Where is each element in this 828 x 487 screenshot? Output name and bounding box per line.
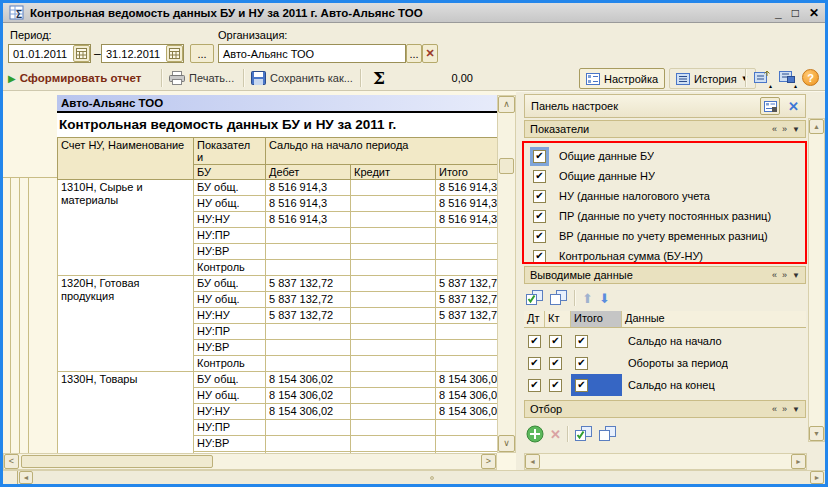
total-cell[interactable]	[436, 340, 498, 356]
panel-vertical-scrollbar[interactable]: ▲ ▼	[808, 118, 825, 442]
load-settings-button[interactable]: ▴	[751, 68, 773, 89]
checkbox-itogo[interactable]: ✔	[575, 379, 588, 392]
save-settings-button[interactable]: ▴	[776, 68, 798, 89]
chevrons-left-icon[interactable]: «	[772, 404, 777, 414]
checkbox[interactable]: ✔	[533, 170, 546, 183]
credit-cell[interactable]	[351, 308, 436, 324]
indicator-item[interactable]: ✔НУ (данные налогового учета	[526, 186, 794, 206]
debit-cell[interactable]: 8 516 914,3	[266, 196, 351, 212]
checkbox-kt[interactable]: ✔	[549, 357, 562, 370]
total-cell[interactable]	[436, 436, 498, 452]
credit-cell[interactable]	[351, 228, 436, 244]
indicator-cell[interactable]: НУ:ПР	[194, 420, 266, 436]
horizontal-scroll-thumb[interactable]	[21, 455, 213, 468]
panel-close-button[interactable]: ✕	[788, 99, 799, 114]
uncheck-all-icon[interactable]	[599, 426, 617, 442]
title-bar[interactable]: Σ Контрольная ведомость данных БУ и НУ з…	[3, 3, 825, 23]
chevrons-left-icon[interactable]: «	[772, 270, 777, 280]
credit-cell[interactable]	[351, 340, 436, 356]
checkbox[interactable]: ✔	[533, 250, 546, 263]
debit-cell[interactable]: 8 516 914,3	[266, 212, 351, 228]
chevrons-right-icon[interactable]: »	[782, 124, 787, 134]
debit-cell[interactable]	[266, 228, 351, 244]
period-more-button[interactable]: ...	[190, 44, 214, 63]
report-org-header[interactable]: Авто-Альянс ТОО	[57, 95, 497, 113]
column-header-bu[interactable]: БУ	[194, 165, 266, 180]
credit-cell[interactable]	[351, 244, 436, 260]
indicator-item[interactable]: ✔Контрольная сумма (БУ-НУ)	[526, 246, 794, 266]
collapse-section-icon[interactable]: ▼	[792, 125, 800, 134]
vertical-scroll-thumb[interactable]	[499, 158, 514, 174]
organization-more-button[interactable]: ...	[406, 44, 422, 63]
print-button[interactable]: Печать...	[169, 66, 234, 90]
maximize-button[interactable]: □	[792, 6, 799, 20]
report-horizontal-scrollbar[interactable]: < >	[3, 453, 497, 470]
debit-cell[interactable]	[266, 436, 351, 452]
column-header-account[interactable]: Счет НУ, Наименование	[58, 138, 194, 180]
indicator-cell[interactable]: НУ:НУ	[194, 308, 266, 324]
total-cell[interactable]: 8 154 306,02	[436, 388, 498, 404]
indicator-cell[interactable]: Контроль	[194, 356, 266, 372]
column-header-credit[interactable]: Кредит	[351, 165, 436, 180]
indicator-item[interactable]: ✔ВР (данные по учету временных разниц)	[526, 226, 794, 246]
total-cell[interactable]: 8 516 914,3	[436, 196, 498, 212]
scroll-down-button[interactable]: ∨	[498, 435, 515, 452]
form-horizontal-scrollbar[interactable]: ◄ ►	[3, 470, 825, 484]
collapse-section-icon[interactable]: ▼	[792, 405, 800, 414]
total-cell[interactable]: 8 154 306,02	[436, 404, 498, 420]
indicator-cell[interactable]: НУ общ.	[194, 388, 266, 404]
checkbox-kt[interactable]: ✔	[549, 335, 562, 348]
credit-cell[interactable]	[351, 388, 436, 404]
move-down-button[interactable]: ⬇	[599, 291, 610, 306]
chevrons-left-icon[interactable]: «	[772, 124, 777, 134]
indicator-cell[interactable]: Контроль	[194, 260, 266, 276]
column-header-dt[interactable]: Дт	[524, 311, 545, 327]
indicator-cell[interactable]: НУ:ВР	[194, 340, 266, 356]
indicator-item[interactable]: ✔Общие данные НУ	[526, 166, 794, 186]
debit-cell[interactable]	[266, 324, 351, 340]
total-cell[interactable]: 5 837 132,72	[436, 308, 498, 324]
column-header-indicators[interactable]: Показатели	[194, 138, 266, 165]
section-header-filter[interactable]: Отбор « » ▼	[524, 400, 806, 418]
indicator-item[interactable]: ✔Общие данные БУ	[526, 146, 794, 166]
panel-settings-button[interactable]	[760, 97, 780, 115]
organization-field[interactable]: Авто-Альянс ТОО	[218, 44, 406, 63]
total-cell[interactable]	[436, 420, 498, 436]
scroll-up-button[interactable]: ∧	[498, 96, 515, 113]
credit-cell[interactable]	[351, 212, 436, 228]
checkbox-dt[interactable]: ✔	[528, 357, 541, 370]
total-cell[interactable]	[436, 228, 498, 244]
output-data-row[interactable]: ✔✔✔Обороты за период	[524, 352, 806, 374]
report-title[interactable]: Контрольная ведомость данных БУ и НУ за …	[57, 113, 497, 137]
move-up-button[interactable]: ⬆	[582, 291, 593, 306]
debit-cell[interactable]	[266, 340, 351, 356]
settings-button[interactable]: Настройка	[579, 68, 665, 89]
debit-cell[interactable]: 5 837 132,72	[266, 308, 351, 324]
chevrons-right-icon[interactable]: »	[782, 404, 787, 414]
checkbox[interactable]: ✔	[533, 210, 546, 223]
check-all-icon[interactable]	[526, 290, 544, 306]
save-as-button[interactable]: Сохранить как...	[251, 66, 353, 90]
column-header-debit[interactable]: Дебет	[266, 165, 351, 180]
indicator-cell[interactable]: НУ:НУ	[194, 404, 266, 420]
credit-cell[interactable]	[351, 436, 436, 452]
indicator-cell[interactable]: НУ:НУ	[194, 212, 266, 228]
column-header-itogo[interactable]: Итого	[571, 311, 622, 327]
credit-cell[interactable]	[351, 404, 436, 420]
calendar-button[interactable]	[166, 45, 183, 62]
checkbox-kt[interactable]: ✔	[549, 379, 562, 392]
close-button[interactable]: ✕	[809, 6, 819, 20]
credit-cell[interactable]	[351, 276, 436, 292]
uncheck-all-icon[interactable]	[550, 290, 568, 306]
credit-cell[interactable]	[351, 260, 436, 276]
scroll-right-button[interactable]: ►	[810, 471, 824, 484]
organization-clear-button[interactable]: ✕	[422, 44, 438, 63]
period-to-field[interactable]: 31.12.2011	[101, 44, 184, 63]
minimize-button[interactable]: _	[775, 6, 782, 20]
sum-button[interactable]: Σ	[373, 66, 385, 90]
debit-cell[interactable]: 8 154 306,02	[266, 372, 351, 388]
debit-cell[interactable]	[266, 244, 351, 260]
total-cell[interactable]	[436, 244, 498, 260]
section-header-output-data[interactable]: Выводимые данные « » ▼	[524, 266, 806, 284]
checkbox-itogo[interactable]: ✔	[575, 357, 588, 370]
